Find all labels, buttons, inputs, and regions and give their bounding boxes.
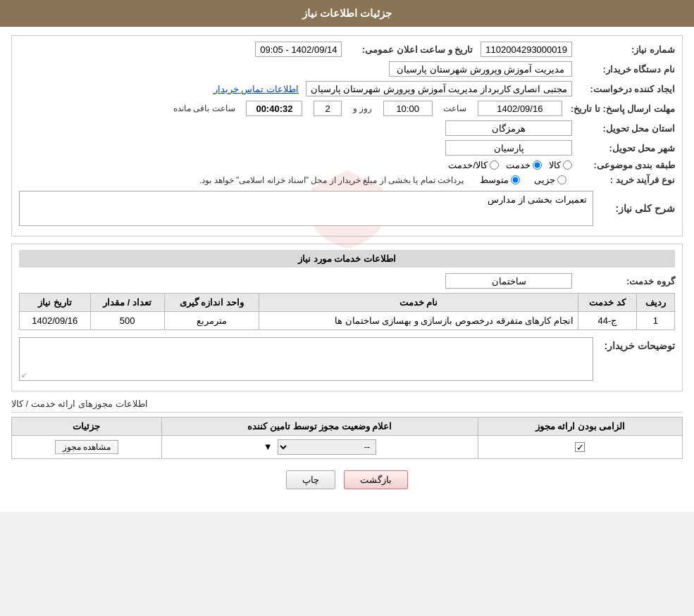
category-option-kala: کالا bbox=[549, 160, 572, 170]
row-city: شهر محل تحویل: پارسیان bbox=[19, 140, 675, 156]
permissions-table: الزامی بودن ارائه مجوز اعلام وضعیت مجوز … bbox=[11, 417, 683, 459]
category-kala-khedmat-label: کالا/خدمت bbox=[448, 160, 488, 170]
perm-cell-details: مشاهده مجوز bbox=[12, 436, 162, 459]
process-radio-jazyi[interactable] bbox=[557, 175, 566, 184]
buyer-org-label: نام دستگاه خریدار: bbox=[576, 64, 675, 75]
process-motavaset-label: متوسط bbox=[480, 175, 509, 185]
category-option-kala-khedmat: کالا/خدمت bbox=[448, 160, 499, 170]
requester-value: مجتبی انصاری کاربرداز مدیریت آموزش وپرور… bbox=[306, 81, 572, 96]
row-process: نوع فرآیند خرید : جزیی متوسط پرداخت تمام… bbox=[19, 175, 675, 185]
back-button[interactable]: بازگشت bbox=[344, 470, 408, 489]
row-service-group: گروه خدمت: ساختمان bbox=[19, 273, 675, 289]
cell-name: انجام کارهای متفرقه درخصوص بازسازی و بهس… bbox=[259, 312, 578, 330]
row-buyer-notes: توضیحات خریدار: ↙ bbox=[19, 337, 675, 381]
process-option-jazyi: جزیی bbox=[534, 175, 566, 185]
cell-date: 1402/09/16 bbox=[20, 312, 91, 330]
process-option-motavaset: متوسط bbox=[480, 175, 520, 185]
permissions-title: اطلاعات مجوزهای ارائه خدمت / کالا bbox=[11, 398, 683, 413]
cell-row: 1 bbox=[636, 312, 674, 330]
buyer-org-value: مدیریت آموزش وپرورش شهرستان پارسیان bbox=[389, 61, 572, 77]
col-name: نام خدمت bbox=[259, 294, 578, 312]
btn-row: بازگشت چاپ bbox=[11, 470, 683, 489]
buyer-notes-label: توضیحات خریدار: bbox=[597, 340, 675, 351]
city-label: شهر محل تحویل: bbox=[576, 143, 675, 153]
print-button[interactable]: چاپ bbox=[286, 470, 335, 489]
deadline-label: مهلت ارسال پاسخ: تا تاریخ: bbox=[571, 103, 675, 114]
description-value: تعمیرات بخشی از مدارس bbox=[19, 191, 593, 226]
services-table: ردیف کد خدمت نام خدمت واحد اندازه گیری ت… bbox=[19, 293, 675, 330]
table-row: 1 ج-44 انجام کارهای متفرقه درخصوص بازساز… bbox=[20, 312, 675, 330]
cell-code: ج-44 bbox=[578, 312, 636, 330]
deadline-date: 1402/09/16 bbox=[478, 101, 562, 116]
category-khedmat-label: خدمت bbox=[506, 160, 531, 170]
description-label: شرح کلی نیاز: bbox=[597, 203, 675, 214]
need-number-label: شماره نیاز: bbox=[576, 44, 675, 55]
row-category: طبقه بندی موضوعی: کالا خدمت کالا/خدمت bbox=[19, 160, 675, 170]
need-number-value: 1102004293000019 bbox=[481, 42, 572, 57]
col-quantity: تعداد / مقدار bbox=[90, 294, 164, 312]
service-group-value: ساختمان bbox=[445, 273, 572, 289]
buyer-notes-box: ↙ bbox=[19, 337, 593, 381]
col-date: تاریخ نیاز bbox=[20, 294, 91, 312]
row-requester: ایجاد کننده درخواست: مجتبی انصاری کاربرد… bbox=[19, 81, 675, 96]
announce-datetime-label: تاریخ و ساعت اعلان عمومی: bbox=[346, 44, 473, 55]
view-permit-button[interactable]: مشاهده مجوز bbox=[55, 440, 118, 454]
status-select[interactable]: -- bbox=[278, 439, 376, 455]
col-code: کد خدمت bbox=[578, 294, 636, 312]
page-title-text: جزئیات اطلاعات نیاز bbox=[302, 7, 392, 19]
perm-cell-status: -- ▼ bbox=[161, 436, 478, 459]
deadline-timer: 00:40:32 bbox=[246, 101, 302, 116]
row-buyer-org: نام دستگاه خریدار: مدیریت آموزش وپرورش ش… bbox=[19, 61, 675, 77]
category-label: طبقه بندی موضوعی: bbox=[576, 160, 675, 170]
category-radio-group: کالا خدمت کالا/خدمت bbox=[448, 160, 572, 170]
perm-table-row: ✓ -- ▼ مشاهده مجوز bbox=[12, 436, 683, 459]
description-section: ATA شرح کلی نیاز: تعمیرات بخشی از مدارس bbox=[19, 191, 675, 230]
category-radio-kala[interactable] bbox=[563, 161, 572, 170]
description-content: شرح کلی نیاز: تعمیرات بخشی از مدارس bbox=[19, 191, 675, 230]
requester-label: ایجاد کننده درخواست: bbox=[576, 84, 675, 94]
basic-info-section: شماره نیاز: 1102004293000019 تاریخ و ساع… bbox=[11, 35, 683, 237]
row-deadline: مهلت ارسال پاسخ: تا تاریخ: 1402/09/16 سا… bbox=[19, 101, 675, 116]
resize-handle: ↙ bbox=[21, 371, 27, 379]
deadline-days: 2 bbox=[314, 101, 342, 116]
province-value: هرمزگان bbox=[445, 120, 572, 136]
category-radio-kala-khedmat[interactable] bbox=[490, 161, 499, 170]
permissions-header-row: الزامی بودن ارائه مجوز اعلام وضعیت مجوز … bbox=[12, 417, 683, 436]
province-label: استان محل تحویل: bbox=[576, 123, 675, 134]
description-row: شرح کلی نیاز: تعمیرات بخشی از مدارس bbox=[19, 191, 675, 226]
services-section-title: اطلاعات خدمات مورد نیاز bbox=[19, 250, 675, 268]
announce-datetime-value: 1402/09/14 - 09:05 bbox=[255, 42, 342, 57]
deadline-timer-label: ساعت باقی مانده bbox=[173, 103, 235, 113]
deadline-time: 10:00 bbox=[383, 101, 433, 116]
row-need-number: شماره نیاز: 1102004293000019 تاریخ و ساع… bbox=[19, 42, 675, 57]
perm-col-status: اعلام وضعیت مجوز توسط تامین کننده bbox=[161, 417, 478, 436]
perm-col-mandatory: الزامی بودن ارائه مجوز bbox=[478, 417, 682, 436]
row-province: استان محل تحویل: هرمزگان bbox=[19, 120, 675, 136]
perm-cell-mandatory: ✓ bbox=[478, 436, 682, 459]
page-wrapper: جزئیات اطلاعات نیاز شماره نیاز: 11020042… bbox=[0, 0, 694, 512]
process-note: پرداخت تمام یا بخشی از مبلغ خریدار از مح… bbox=[199, 175, 464, 185]
category-kala-label: کالا bbox=[549, 160, 561, 170]
process-jazyi-label: جزیی bbox=[534, 175, 555, 185]
category-option-khedmat: خدمت bbox=[506, 160, 542, 170]
process-radio-motavaset[interactable] bbox=[511, 175, 520, 184]
city-value: پارسیان bbox=[445, 140, 572, 156]
services-section: اطلاعات خدمات مورد نیاز گروه خدمت: ساختم… bbox=[11, 244, 683, 391]
process-label: نوع فرآیند خرید : bbox=[576, 175, 675, 185]
perm-col-details: جزئیات bbox=[12, 417, 162, 436]
deadline-days-label: روز و bbox=[353, 103, 372, 113]
content-area: شماره نیاز: 1102004293000019 تاریخ و ساع… bbox=[0, 27, 694, 498]
mandatory-checkbox[interactable]: ✓ bbox=[575, 442, 585, 452]
category-radio-khedmat[interactable] bbox=[533, 161, 542, 170]
cell-unit: مترمربع bbox=[164, 312, 259, 330]
cell-quantity: 500 bbox=[90, 312, 164, 330]
contact-link[interactable]: اطلاعات تماس خریدار bbox=[213, 84, 299, 94]
col-unit: واحد اندازه گیری bbox=[164, 294, 259, 312]
deadline-time-label: ساعت bbox=[443, 103, 466, 113]
service-group-label: گروه خدمت: bbox=[576, 276, 675, 287]
col-row: ردیف bbox=[636, 294, 674, 312]
page-title: جزئیات اطلاعات نیاز bbox=[0, 0, 694, 27]
services-table-header-row: ردیف کد خدمت نام خدمت واحد اندازه گیری ت… bbox=[20, 294, 675, 312]
permissions-section: اطلاعات مجوزهای ارائه خدمت / کالا الزامی… bbox=[11, 398, 683, 459]
